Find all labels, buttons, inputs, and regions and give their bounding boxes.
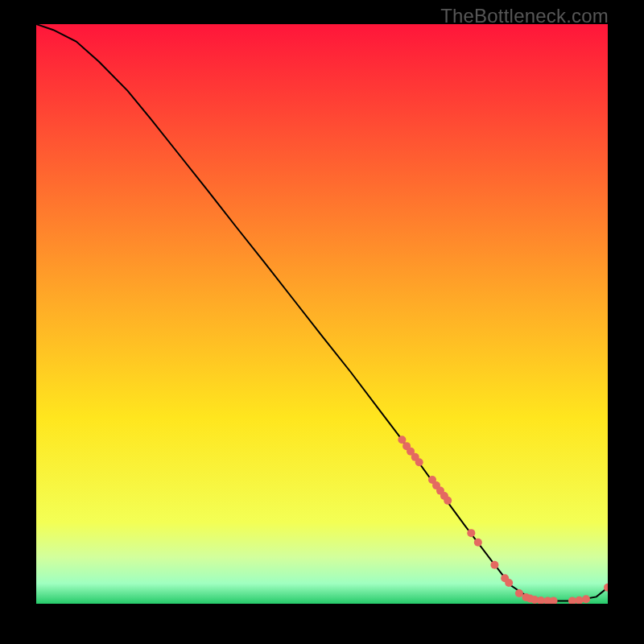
data-point [582, 595, 590, 603]
data-point [515, 589, 523, 597]
plot-area [36, 24, 608, 604]
data-point [505, 579, 513, 587]
gradient-background [36, 24, 608, 604]
data-point [474, 539, 482, 547]
data-point [444, 497, 452, 505]
data-point [490, 561, 498, 569]
chart-container: TheBottleneck.com [0, 0, 644, 644]
chart-svg [36, 24, 608, 604]
data-point [467, 529, 475, 537]
data-point [415, 458, 423, 466]
